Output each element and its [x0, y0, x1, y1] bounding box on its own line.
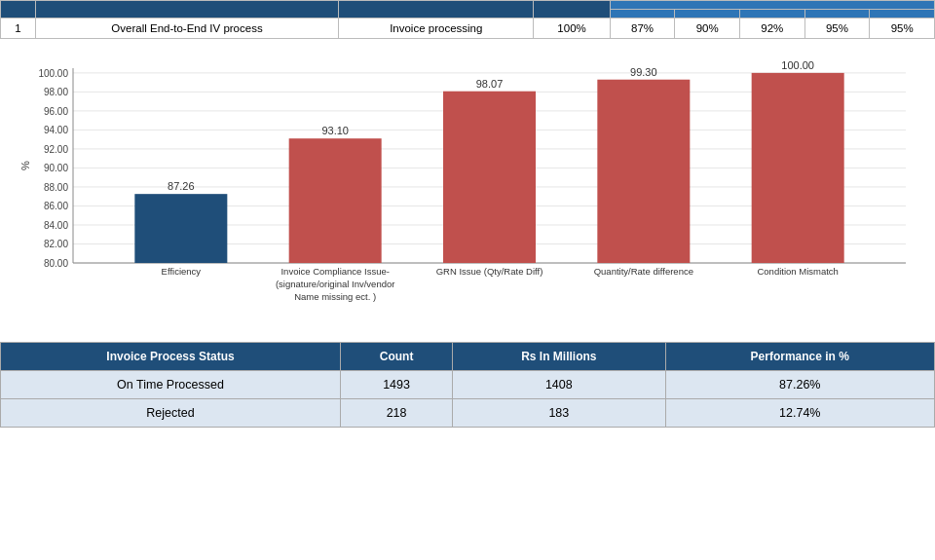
svg-text:87.26: 87.26	[168, 180, 195, 192]
svg-text:82.00: 82.00	[44, 239, 68, 249]
col-header-si	[1, 1, 36, 19]
cell-perf-1: 12.74%	[665, 399, 934, 428]
cell-target: 100%	[534, 19, 610, 39]
col-header-target	[534, 1, 610, 19]
svg-text:Efficiency: Efficiency	[162, 266, 202, 277]
svg-text:92.00: 92.00	[44, 144, 68, 155]
bottom-col-header-1: Count	[340, 343, 452, 371]
svg-text:98.07: 98.07	[476, 78, 504, 90]
kpi-table: 1 Overall End-to-End IV process Invoice …	[0, 0, 935, 39]
svg-text:90.00: 90.00	[44, 163, 68, 173]
bottom-col-header-0: Invoice Process Status	[1, 343, 341, 371]
svg-rect-25	[134, 194, 227, 263]
bottom-table-row: Rejected 218 183 12.74%	[1, 399, 935, 428]
svg-text:96.00: 96.00	[44, 106, 68, 117]
svg-text:Quantity/Rate difference: Quantity/Rate difference	[594, 266, 693, 277]
bottom-table-row: On Time Processed 1493 1408 87.26%	[1, 371, 935, 399]
svg-text:99.30: 99.30	[630, 66, 657, 78]
svg-rect-28	[289, 138, 382, 263]
col-header-kpidef	[339, 1, 534, 19]
cell-eff-1: 90%	[675, 19, 740, 39]
svg-text:100.00: 100.00	[781, 59, 814, 71]
col-header-apr	[740, 10, 805, 19]
cell-perf-0: 87.26%	[665, 371, 934, 399]
bar-chart-container: 100.0098.0096.0094.0092.0090.0088.0086.0…	[0, 39, 935, 334]
svg-text:93.10: 93.10	[321, 125, 349, 136]
bar-chart: 100.0098.0096.0094.0092.0090.0088.0086.0…	[19, 49, 916, 331]
svg-text:GRN Issue (Qty/Rate Diff): GRN Issue (Qty/Rate Diff)	[436, 266, 543, 277]
svg-text:%: %	[19, 161, 31, 170]
cell-status-0: On Time Processed	[1, 371, 341, 399]
cell-kpi: Overall End-to-End IV process	[35, 19, 338, 39]
svg-text:100.00: 100.00	[38, 68, 68, 79]
bottom-col-header-2: Rs In Millions	[453, 343, 665, 371]
svg-rect-36	[597, 80, 690, 263]
svg-text:86.00: 86.00	[44, 201, 68, 211]
cell-rs-0: 1408	[453, 371, 665, 399]
cell-count-0: 1493	[340, 371, 452, 399]
col-header-feb	[610, 10, 675, 19]
svg-text:94.00: 94.00	[44, 125, 68, 135]
svg-text:98.00: 98.00	[44, 87, 68, 97]
cell-count-1: 218	[340, 399, 452, 428]
svg-text:Invoice Compliance Issue-: Invoice Compliance Issue-	[280, 266, 389, 277]
table-row: 1 Overall End-to-End IV process Invoice …	[1, 19, 935, 39]
cell-kpidef: Invoice processing	[339, 19, 534, 39]
cell-si: 1	[1, 19, 36, 39]
svg-text:88.00: 88.00	[44, 182, 68, 193]
col-header-may	[804, 10, 870, 19]
col-header-kpi	[35, 1, 338, 19]
svg-text:Condition Mismatch: Condition Mismatch	[757, 266, 838, 277]
svg-rect-39	[752, 73, 844, 263]
cell-eff-2: 92%	[740, 19, 805, 39]
cell-eff-3: 95%	[804, 19, 870, 39]
bottom-table: Invoice Process StatusCountRs In Million…	[0, 342, 935, 428]
col-header-jun	[870, 10, 935, 19]
svg-text:80.00: 80.00	[44, 258, 68, 269]
cell-status-1: Rejected	[1, 399, 341, 428]
bottom-col-header-3: Performance in %	[665, 343, 934, 371]
col-header-mar	[675, 10, 740, 19]
cell-rs-1: 183	[453, 399, 665, 428]
svg-rect-33	[443, 92, 536, 263]
svg-text:(signature/original Inv/vendor: (signature/original Inv/vendor	[276, 279, 395, 289]
col-header-efficiency	[610, 1, 934, 10]
cell-eff-4: 95%	[870, 19, 935, 39]
svg-text:84.00: 84.00	[44, 220, 68, 231]
svg-text:Name missing ect. ): Name missing ect. )	[294, 291, 376, 302]
cell-eff-0: 87%	[610, 19, 675, 39]
